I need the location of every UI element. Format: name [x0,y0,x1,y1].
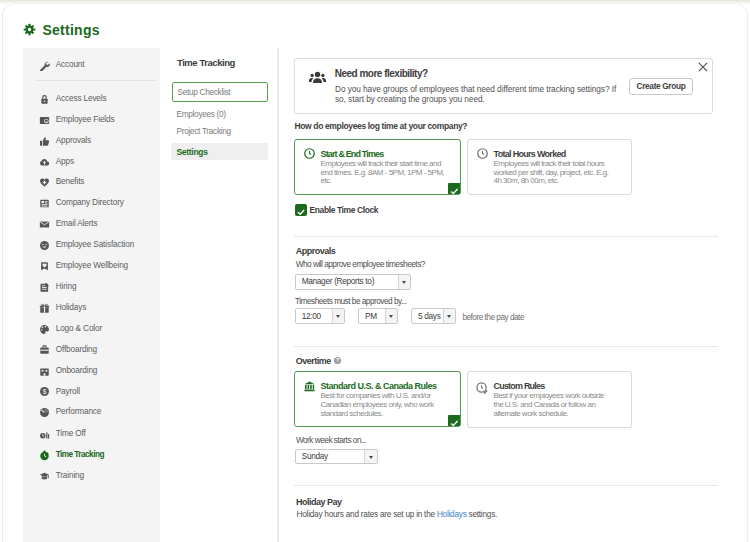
svg-text:$: $ [43,388,47,395]
